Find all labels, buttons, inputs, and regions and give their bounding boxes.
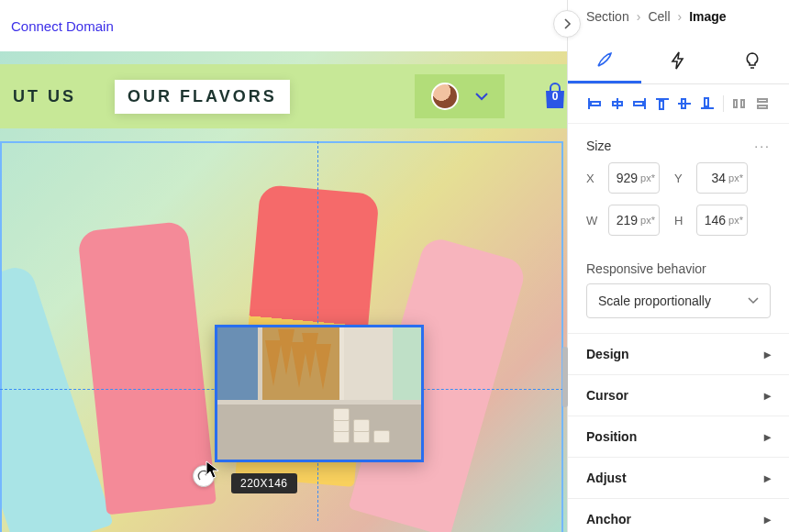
size-section: Size ··· X 929px* Y 34px* W 219px* H 146… <box>568 124 789 261</box>
alignment-controls <box>568 84 789 124</box>
x-input[interactable]: 929px* <box>608 162 660 194</box>
cart-button[interactable]: 0 <box>543 83 567 110</box>
breadcrumb-section[interactable]: Section <box>586 9 629 24</box>
chevron-right-icon: ▸ <box>764 429 771 444</box>
h-label: H <box>674 214 689 227</box>
accordion-position[interactable]: Position▸ <box>568 416 789 458</box>
breadcrumb-separator: › <box>678 9 683 24</box>
svg-rect-15 <box>758 105 767 108</box>
chevron-down-icon <box>748 297 759 305</box>
cursor-icon <box>206 460 220 479</box>
svg-rect-13 <box>741 100 744 107</box>
responsive-section: Responsive behavior Scale proportionally <box>568 261 789 334</box>
image-content <box>265 340 339 441</box>
y-label: Y <box>674 172 689 185</box>
breadcrumb-cell[interactable]: Cell <box>648 9 670 24</box>
dimension-tooltip: 220X146 <box>231 473 297 493</box>
chevron-right-icon: ▸ <box>764 512 771 526</box>
site-navbar: UT US OUR FLAVORS 0 <box>0 64 567 128</box>
chevron-right-icon <box>561 18 572 29</box>
lightning-icon <box>670 51 686 70</box>
tab-actions[interactable] <box>641 40 715 83</box>
svg-rect-12 <box>734 100 737 107</box>
svg-rect-1 <box>591 102 600 105</box>
connect-domain-link[interactable]: Connect Domain <box>11 18 114 34</box>
accordion-design[interactable]: Design▸ <box>568 334 789 375</box>
align-center-h-button[interactable] <box>609 96 627 111</box>
responsive-select[interactable]: Scale proportionally <box>586 283 771 318</box>
tab-ideas[interactable] <box>716 40 789 83</box>
chevron-right-icon: ▸ <box>764 471 771 485</box>
responsive-label: Responsive behavior <box>586 261 771 276</box>
svg-rect-7 <box>660 101 663 109</box>
align-bottom-button[interactable] <box>699 96 717 111</box>
align-right-button[interactable] <box>631 96 649 111</box>
tab-design[interactable] <box>568 40 641 83</box>
lightbulb-icon <box>744 51 761 70</box>
accordion-adjust[interactable]: Adjust▸ <box>568 458 789 499</box>
x-label: X <box>586 172 601 185</box>
page-preview[interactable]: UT US OUR FLAVORS 0 220X146 <box>0 51 567 532</box>
svg-rect-11 <box>705 98 708 106</box>
h-input[interactable]: 146px* <box>696 205 748 236</box>
avatar[interactable] <box>431 83 459 110</box>
accordion-anchor[interactable]: Anchor▸ <box>568 499 789 532</box>
cart-count: 0 <box>543 90 567 103</box>
divider <box>723 95 724 112</box>
size-more-button[interactable]: ··· <box>754 139 771 153</box>
align-left-button[interactable] <box>586 96 604 111</box>
chevron-right-icon: ▸ <box>764 388 771 403</box>
editor-topbar: Connect Domain <box>0 0 567 51</box>
inspector-tabs <box>568 40 789 84</box>
selected-image[interactable] <box>215 325 424 462</box>
size-heading: Size <box>586 139 611 153</box>
y-input[interactable]: 34px* <box>696 162 748 194</box>
breadcrumb: Section › Cell › Image <box>568 0 789 33</box>
svg-rect-14 <box>758 99 767 102</box>
inspector-panel: Section › Cell › Image Size ··· X <box>567 0 789 532</box>
image-content <box>333 360 397 443</box>
w-label: W <box>586 214 601 227</box>
distribute-v-button[interactable] <box>754 96 772 111</box>
login-bar <box>415 74 505 118</box>
editor-canvas: Connect Domain UT US OUR FLAVORS 0 <box>0 0 567 532</box>
svg-rect-5 <box>634 102 643 105</box>
chevron-right-icon: ▸ <box>764 347 771 361</box>
nav-item-flavors[interactable]: OUR FLAVORS <box>115 80 290 114</box>
responsive-value: Scale proportionally <box>598 294 711 308</box>
breadcrumb-separator: › <box>637 9 641 24</box>
w-input[interactable]: 219px* <box>608 205 660 236</box>
accordion-cursor[interactable]: Cursor▸ <box>568 375 789 416</box>
chevron-down-icon[interactable] <box>475 93 488 101</box>
nav-item-about[interactable]: UT US <box>0 80 89 114</box>
breadcrumb-image: Image <box>689 9 726 24</box>
panel-collapse-toggle[interactable] <box>553 10 581 38</box>
align-middle-v-button[interactable] <box>676 96 694 111</box>
distribute-h-button[interactable] <box>731 96 749 111</box>
brush-icon <box>595 51 614 70</box>
align-top-button[interactable] <box>654 96 672 111</box>
scrollbar-thumb[interactable] <box>562 347 568 407</box>
